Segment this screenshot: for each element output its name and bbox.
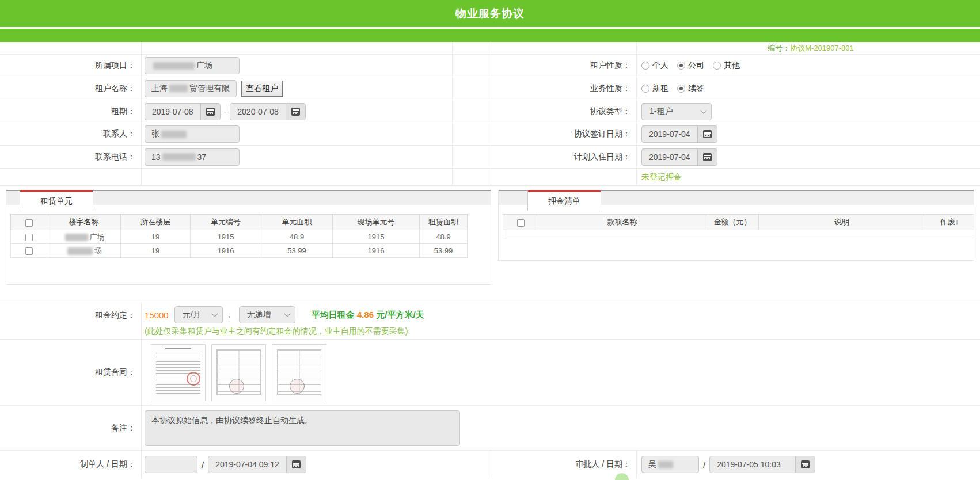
spacer-cell	[452, 146, 491, 168]
chevron-down-icon	[211, 310, 218, 317]
spacer-cell	[491, 169, 636, 185]
building-name-suffix: 广场	[90, 233, 105, 241]
radio-icon[interactable]	[641, 62, 649, 70]
row-checkbox[interactable]	[25, 234, 33, 241]
row-checkbox[interactable]	[25, 247, 33, 255]
site-no-cell: 1915	[333, 230, 420, 244]
rent-amount: 15000	[145, 310, 169, 320]
spacer-cell	[0, 42, 141, 54]
view-tenant-button[interactable]: 查看租户	[241, 81, 283, 97]
lease-term-label: 租期：	[0, 100, 141, 123]
deposit-table: 款项名称 金额（元） 说明 作废↓	[503, 214, 974, 239]
doc-title-line	[165, 348, 191, 349]
tenant-row: 租户名称： 上海 贸管理有限 查看租户 业务性质： 新租 续签	[0, 77, 980, 100]
green-strip	[0, 29, 980, 42]
rent-unit-select[interactable]: 元/月	[174, 306, 223, 323]
radio-label: 公司	[688, 60, 704, 71]
redacted-text	[169, 85, 188, 92]
tenant-name-input[interactable]: 上海 贸管理有限	[145, 80, 237, 97]
doc-number-label: 编号：	[768, 43, 790, 54]
move-in-date-input[interactable]: 2019-07-04	[642, 149, 697, 165]
contract-row: 租赁合同：	[0, 340, 980, 406]
sign-date-input[interactable]: 2019-07-04	[642, 126, 697, 142]
lease-start-calendar-button[interactable]	[200, 104, 220, 120]
creator-name-input[interactable]	[145, 456, 197, 473]
radio-business-renew[interactable]: 续签	[677, 83, 704, 94]
contact-input[interactable]: 张	[145, 125, 240, 143]
creator-date-calendar-button[interactable]	[286, 456, 306, 473]
contract-image-1[interactable]	[151, 344, 206, 401]
doc-number-value: 协议M-201907-801	[790, 43, 854, 54]
column-header-sortable[interactable]: 作废↓	[925, 215, 974, 230]
radio-label: 个人	[652, 60, 668, 71]
comma-separator: ，	[225, 310, 233, 320]
radio-tenant-other[interactable]: 其他	[713, 60, 740, 71]
calendar-icon	[292, 460, 301, 468]
spacer-cell	[452, 55, 491, 77]
contract-image-2[interactable]	[211, 344, 266, 401]
move-in-date-calendar-button[interactable]	[697, 149, 717, 165]
phone-input[interactable]: 13 37	[145, 148, 240, 166]
project-label: 所属项目：	[0, 55, 141, 77]
lease-end-calendar-button[interactable]	[286, 104, 305, 120]
approver-name-prefix: 吴	[648, 459, 656, 470]
lease-end-input[interactable]: 2020-07-08	[230, 104, 286, 120]
radio-icon[interactable]	[641, 85, 649, 93]
sign-date-calendar-button[interactable]	[697, 126, 717, 142]
agreement-type-label: 协议类型：	[491, 100, 636, 123]
property-service-agreement-page: 物业服务协议 编号： 协议M-201907-801 所属项目： 广场 租户性质：…	[0, 0, 980, 480]
agreement-type-select[interactable]: 1-租户	[641, 103, 712, 120]
deposit-table-header-row: 款项名称 金额（元） 说明 作废↓	[503, 215, 974, 230]
radio-icon[interactable]	[677, 85, 685, 93]
column-header: 现场单元号	[333, 215, 420, 230]
radio-business-new[interactable]: 新租	[641, 83, 668, 94]
rent-increase-select[interactable]: 无递增	[239, 306, 295, 323]
approver-name-input[interactable]: 吴	[641, 456, 699, 473]
floor-cell: 19	[121, 230, 191, 244]
project-input[interactable]: 广场	[145, 57, 240, 74]
empty-table-body	[503, 230, 974, 239]
radio-icon[interactable]	[677, 62, 685, 70]
doc-number: 编号： 协议M-201907-801	[636, 42, 980, 54]
phone-value-suffix: 37	[197, 153, 207, 162]
select-all-checkbox[interactable]	[517, 219, 525, 227]
select-all-checkbox[interactable]	[25, 219, 33, 227]
phone-value-prefix: 13	[151, 153, 161, 162]
column-header: 单元编号	[191, 215, 261, 230]
tab-deposit-list[interactable]: 押金清单	[527, 190, 601, 211]
avg-rent-value: 4.86	[357, 310, 374, 319]
radio-icon[interactable]	[713, 62, 721, 70]
spacer-cell	[452, 169, 491, 185]
contract-image-3[interactable]	[272, 344, 326, 401]
tenant-value-suffix: 贸管理有限	[189, 83, 230, 94]
doc-number-row: 编号： 协议M-201907-801	[0, 42, 980, 55]
sign-date-label: 协议签订日期：	[491, 123, 636, 145]
approver-date-group: 2019-07-05 10:03	[709, 456, 815, 473]
rent-increase-value: 无递增	[247, 310, 271, 320]
approver-date-calendar-button[interactable]	[795, 456, 815, 473]
spacer-cell	[452, 77, 491, 100]
approver-date-input[interactable]: 2019-07-05 10:03	[710, 456, 795, 473]
round-stamp-icon	[290, 379, 305, 394]
radio-tenant-individual[interactable]: 个人	[641, 60, 668, 71]
radio-label: 续签	[688, 83, 704, 94]
lease-start-input[interactable]: 2019-07-08	[145, 104, 200, 120]
approver-label: 审批人 / 日期：	[491, 451, 636, 478]
remark-textarea[interactable]: 本协议原始信息，由协议续签终止自动生成。	[145, 410, 460, 446]
radio-tenant-company[interactable]: 公司	[677, 60, 704, 71]
column-header: 款项名称	[538, 215, 706, 230]
floor-cell: 19	[121, 244, 191, 258]
deposit-status-text: 未登记押金	[641, 172, 682, 182]
page-title: 物业服务协议	[455, 6, 525, 21]
creator-date-input[interactable]: 2019-07-04 09:12	[208, 456, 286, 473]
tab-rental-units[interactable]: 租赁单元	[20, 190, 93, 211]
redacted-text	[162, 153, 196, 161]
creator-label: 制单人 / 日期：	[0, 451, 141, 478]
unit-area-cell: 53.99	[261, 244, 333, 258]
agreement-type-value: 1-租户	[649, 106, 673, 117]
remark-row: 备注： 本协议原始信息，由协议续签终止自动生成。	[0, 406, 980, 451]
column-header: 楼宇名称	[47, 215, 121, 230]
lease-area-cell: 53.99	[420, 244, 468, 258]
column-header: 单元面积	[261, 215, 333, 230]
move-in-date-label: 计划入住日期：	[491, 146, 636, 168]
